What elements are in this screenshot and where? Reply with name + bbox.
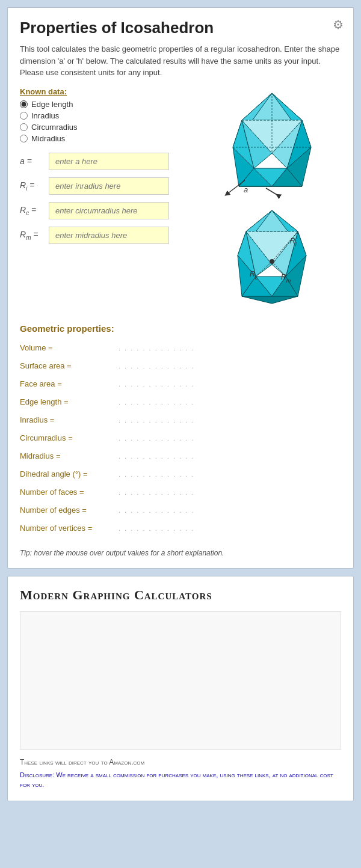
circumradius-dots: . . . . . . . . . . . . . <box>119 435 194 442</box>
face-area-dots: . . . . . . . . . . . . . <box>119 381 194 388</box>
surface-area-label: Surface area = <box>20 361 116 370</box>
ri-input[interactable] <box>49 177 169 195</box>
midradius-dots: . . . . . . . . . . . . . <box>119 453 194 460</box>
svg-line-17 <box>266 188 278 195</box>
known-data-section: Known data: Edge length Inradius Circumr… <box>20 87 341 313</box>
surface-area-row: Surface area = . . . . . . . . . . . . . <box>20 358 341 374</box>
num-faces-label: Number of faces = <box>20 487 116 497</box>
known-data-label: Known data: <box>20 87 203 96</box>
edge-length-label: Edge length = <box>20 397 116 406</box>
num-faces-row: Number of faces = . . . . . . . . . . . … <box>20 484 341 501</box>
edge-length-row: Edge length = . . . . . . . . . . . . . <box>20 394 341 411</box>
rm-label: Rm = <box>20 230 44 241</box>
known-data-left: Known data: Edge length Inradius Circumr… <box>20 87 203 313</box>
lower-title: Modern Graphing Calculators <box>20 587 341 603</box>
a-input-row: a = <box>20 153 203 170</box>
num-faces-dots: . . . . . . . . . . . . . <box>119 489 194 496</box>
affiliate-note: These links will direct you to Amazon.co… <box>20 758 341 766</box>
lower-card: Modern Graphing Calculators These links … <box>7 576 354 801</box>
a-input[interactable] <box>49 153 169 170</box>
disclosure-text: Disclosure: We receive a small commissio… <box>20 770 341 790</box>
rm-input-row: Rm = <box>20 227 203 244</box>
surface-area-dots: . . . . . . . . . . . . . <box>119 362 194 370</box>
gear-icon[interactable]: ⚙ <box>333 17 344 32</box>
radio-group: Edge length Inradius Circumradius Midrad… <box>20 100 203 143</box>
num-edges-dots: . . . . . . . . . . . . . <box>119 507 194 514</box>
midradius-row: Midradius = . . . . . . . . . . . . . <box>20 448 341 465</box>
face-area-row: Face area = . . . . . . . . . . . . . <box>20 376 341 393</box>
volume-label: Volume = <box>20 343 116 352</box>
volume-dots: . . . . . . . . . . . . . <box>119 344 194 352</box>
num-vertices-label: Number of vertices = <box>20 524 116 533</box>
a-label: a = <box>20 156 44 166</box>
svg-line-16 <box>227 180 245 194</box>
main-card: ⚙ Properties of Icosahedron This tool ca… <box>7 7 354 569</box>
dihedral-angle-row: Dihedral angle (°) = . . . . . . . . . .… <box>20 466 341 483</box>
num-edges-row: Number of edges = . . . . . . . . . . . … <box>20 502 341 519</box>
num-edges-label: Number of edges = <box>20 506 116 515</box>
circumradius-label: Circumradius = <box>20 433 116 442</box>
icosahedron-diagram-2: Ri Rc Rm <box>209 201 335 313</box>
known-data-right: a <box>203 87 341 313</box>
section-title: Geometric properties: <box>20 323 341 334</box>
dihedral-angle-label: Dihedral angle (°) = <box>20 469 116 478</box>
radio-inradius[interactable]: Inradius <box>20 111 203 120</box>
inradius-row: Inradius = . . . . . . . . . . . . . <box>20 412 341 429</box>
num-vertices-row: Number of vertices = . . . . . . . . . .… <box>20 520 341 537</box>
inradius-label: Inradius = <box>20 415 116 424</box>
ri-input-row: Ri = <box>20 177 203 195</box>
rc-input[interactable] <box>49 202 169 219</box>
page-title: Properties of Icosahedron <box>20 19 341 37</box>
ri-label: Ri = <box>20 180 44 192</box>
svg-marker-32 <box>242 296 298 304</box>
rm-input[interactable] <box>49 227 169 244</box>
volume-row: Volume = . . . . . . . . . . . . . <box>20 340 341 356</box>
icosahedron-diagram-1: a <box>209 87 335 201</box>
face-area-label: Face area = <box>20 379 116 388</box>
svg-text:a: a <box>244 185 248 194</box>
properties-left: Volume = . . . . . . . . . . . . . Surfa… <box>20 340 341 538</box>
rc-label: Rc = <box>20 205 44 216</box>
radio-circumradius[interactable]: Circumradius <box>20 123 203 132</box>
rc-input-row: Rc = <box>20 202 203 219</box>
circumradius-row: Circumradius = . . . . . . . . . . . . . <box>20 430 341 447</box>
properties-section: Volume = . . . . . . . . . . . . . Surfa… <box>20 340 341 538</box>
description-text: This tool calculates the basic geometric… <box>20 43 341 79</box>
radio-edge-length[interactable]: Edge length <box>20 100 203 109</box>
inradius-dots: . . . . . . . . . . . . . <box>119 417 194 424</box>
tip-text: Tip: hover the mouse over output values … <box>20 549 341 557</box>
num-vertices-dots: . . . . . . . . . . . . . <box>119 525 194 532</box>
dihedral-angle-dots: . . . . . . . . . . . . . <box>119 471 194 478</box>
edge-length-dots: . . . . . . . . . . . . . <box>119 399 194 406</box>
radio-midradius[interactable]: Midradius <box>20 134 203 143</box>
midradius-label: Midradius = <box>20 451 116 460</box>
content-area <box>20 611 341 750</box>
